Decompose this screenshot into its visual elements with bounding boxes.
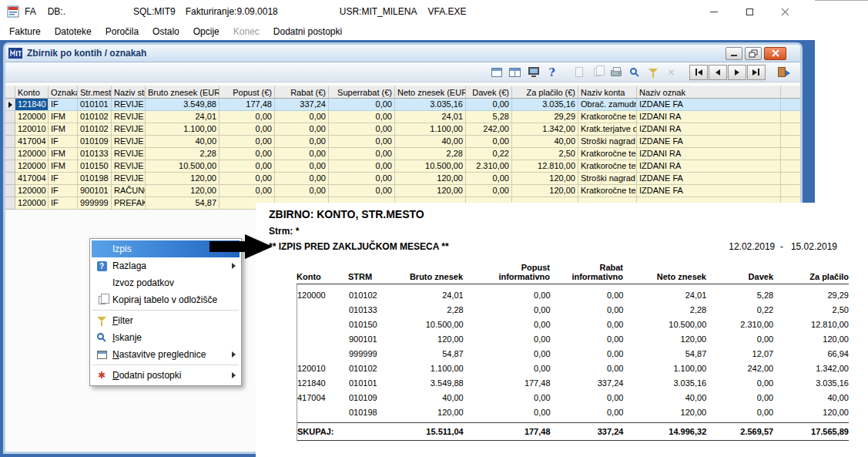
- row-selector: [5, 185, 15, 197]
- col-header-rabat[interactable]: Rabat (€): [275, 86, 329, 99]
- print-button[interactable]: [607, 64, 625, 80]
- report-title: ZBIRNO: KONTO, STR.MESTO: [269, 208, 868, 220]
- report-col-bruto: Bruto znesek: [396, 272, 463, 281]
- monitor-button[interactable]: [524, 64, 542, 80]
- menu-konec[interactable]: Konec: [226, 24, 266, 39]
- report-total-row: SKUPAJ: 15.511,04 177,48 337,24 14.996,3…: [297, 422, 849, 441]
- nav-last-button[interactable]: [747, 65, 766, 80]
- worksheet-button[interactable]: [488, 64, 505, 80]
- report-total-label: SKUPAJ:: [297, 427, 397, 436]
- title-bar: FA DB:. SQL:MIT9 Fakturiranje:9.09.0018 …: [0, 0, 815, 23]
- table-row[interactable]: 120000 IFM 010150 REVIJE - 10.500,00 0,0…: [5, 160, 800, 173]
- row-selector: [5, 99, 15, 111]
- report-body: 120000 010102 24,01 0,00 0,00 24,01 5,28…: [297, 284, 849, 419]
- grid-header: Konto Oznaka Str.mesto Naziv strm Bruto …: [5, 86, 800, 99]
- report-note: ** IZPIS PRED ZAKLJUČKOM MESECA **: [269, 241, 449, 252]
- col-header-bruto[interactable]: Bruto znesek (EUR): [146, 86, 220, 99]
- menu-dodatni-postopki[interactable]: Dodatni postopki: [266, 24, 349, 39]
- menu-porocila[interactable]: Poročila: [99, 24, 146, 39]
- menu-fakture[interactable]: Fakture: [2, 24, 48, 39]
- close-button[interactable]: [767, 0, 803, 23]
- context-menu-item-filter[interactable]: Filter: [92, 312, 240, 329]
- cell-naziv-konta: Stroški nagrad: [578, 136, 637, 148]
- menu-ostalo[interactable]: Ostalo: [146, 24, 186, 39]
- col-header-davek[interactable]: Davek (€): [466, 86, 512, 99]
- cell-superrabat: 0,00: [329, 123, 395, 136]
- maximize-button[interactable]: [732, 0, 767, 23]
- user-label: USR:MIT_MILENA: [340, 6, 417, 17]
- filter-button[interactable]: [644, 64, 662, 80]
- nav-first-button[interactable]: [689, 65, 708, 80]
- cell-naziv-konta: Kratkoročne te: [578, 185, 637, 197]
- context-menu-item-dodatni-postopki[interactable]: ✱ Dodatni postopki: [92, 367, 240, 384]
- col-header-oznaka[interactable]: Oznaka: [49, 86, 78, 99]
- help-button[interactable]: ?: [543, 64, 561, 80]
- child-close-button[interactable]: [764, 47, 786, 60]
- col-header-za-placilo[interactable]: Za plačilo (€): [512, 86, 578, 99]
- child-minimize-button[interactable]: [726, 47, 742, 60]
- context-menu-item-nastavitve-preglednice[interactable]: Nastavitve preglednice: [92, 346, 240, 363]
- zoom-button[interactable]: [625, 64, 643, 80]
- nav-prev-button[interactable]: [709, 65, 727, 80]
- exit-button[interactable]: [775, 64, 793, 80]
- col-header-popust[interactable]: Popust (€): [220, 86, 275, 99]
- cell-bruto: 3.549,88: [146, 99, 220, 111]
- menu-opcije[interactable]: Opcije: [186, 24, 226, 39]
- cell-naziv-strm: RAČUNO: [112, 185, 146, 197]
- col-header-neto[interactable]: Neto znesek (EUR): [395, 86, 466, 99]
- table-row[interactable]: 120010 IFM 010102 REVIJE - 1.100,00 0,00…: [5, 123, 800, 136]
- cell-superrabat: 0,00: [329, 111, 395, 123]
- col-header-naziv-oznak[interactable]: Naziv oznak: [637, 86, 781, 99]
- minimize-button[interactable]: [696, 0, 732, 23]
- nav-next-button[interactable]: [728, 65, 746, 80]
- clear-filter-button[interactable]: ✕: [662, 64, 680, 80]
- split-view-button[interactable]: [506, 64, 524, 80]
- cell-fill: [781, 123, 800, 136]
- table-row[interactable]: 417004 IF 010198 REVIJE - 120,00 0,00 0,…: [5, 173, 800, 185]
- table-row[interactable]: 417004 IF 010109 REVIJE - 40,00 0,00 0,0…: [5, 136, 800, 148]
- cell-konto: 120000: [15, 197, 49, 210]
- cell-rabat: 0,00: [275, 148, 329, 160]
- context-menu-item-izvoz-podatkov[interactable]: Izvoz podatkov: [92, 274, 240, 291]
- app-title: FA: [25, 6, 36, 17]
- menu-datoteke[interactable]: Datoteke: [48, 24, 99, 39]
- new-document-button[interactable]: [570, 64, 588, 80]
- table-row[interactable]: 120000 IF 900101 RAČUNO 120,00 0,00 0,00…: [5, 185, 800, 197]
- context-menu-item-iskanje[interactable]: Iskanje: [92, 329, 240, 346]
- cell-fill: [781, 99, 800, 111]
- table-settings-icon: [95, 351, 109, 359]
- cell-popust: 0,00: [220, 148, 275, 160]
- cell-naziv-oznak: IZDANE FA: [637, 99, 781, 111]
- col-header-konto[interactable]: Konto: [15, 86, 49, 99]
- cell-naziv-strm: REVIJE -: [112, 123, 146, 136]
- submenu-arrow-icon: [232, 263, 236, 269]
- cell-neto: 3.035,16: [395, 99, 466, 111]
- window-controls: [696, 0, 803, 23]
- col-header-naziv-konta[interactable]: Naziv konta: [578, 86, 637, 99]
- cell-bruto: 1.100,00: [146, 123, 220, 136]
- col-header-naziv-strm[interactable]: Naziv strm: [112, 86, 146, 99]
- table-row[interactable]: 121840 IF 010101 REVIJE - 3.549,88 177,4…: [5, 99, 800, 111]
- cell-naziv-oznak: IZDANE FA: [637, 185, 781, 197]
- app-icon[interactable]: [7, 5, 19, 18]
- cell-bruto: 40,00: [146, 136, 220, 148]
- cell-za-placilo: 2,50: [512, 148, 578, 160]
- cell-bruto: 120,00: [146, 185, 220, 197]
- col-header-superrabat[interactable]: Superrabat (€): [329, 86, 395, 99]
- child-restore-button[interactable]: [745, 47, 762, 60]
- copy-icon: [594, 68, 601, 76]
- table-row[interactable]: 120000 IFM 010102 REVIJE - 24,01 0,00 0,…: [5, 111, 800, 123]
- cell-za-placilo: 29,29: [512, 111, 578, 123]
- cell-neto: 2,28: [395, 148, 466, 160]
- context-menu-item-kopiraj-tabelo[interactable]: Kopiraj tabelo v odložišče: [92, 291, 240, 308]
- cell-davek: 0,00: [466, 136, 512, 148]
- copy-button[interactable]: [588, 64, 606, 80]
- child-restore-icon: [749, 49, 758, 58]
- child-window-controls: [726, 47, 786, 60]
- table-row[interactable]: 120000 IFM 010133 REVIJE - 2,28 0,00 0,0…: [5, 148, 800, 160]
- col-header-strmesto[interactable]: Str.mesto: [78, 86, 112, 99]
- cell-bruto: 54,87: [146, 197, 220, 210]
- toolbar: ? ✕: [5, 62, 800, 82]
- exe-label: VFA.EXE: [427, 6, 466, 17]
- cell-strmesto: 010133: [78, 148, 112, 160]
